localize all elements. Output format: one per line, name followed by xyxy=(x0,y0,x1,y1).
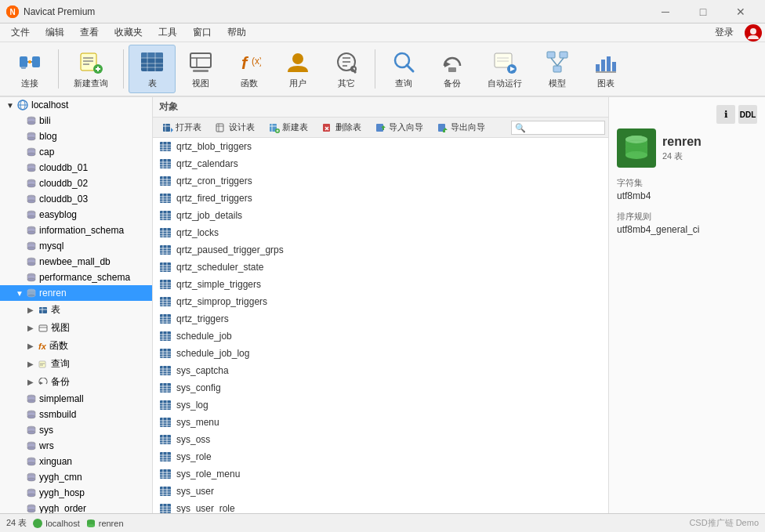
table-row[interactable]: sys_oss xyxy=(153,431,608,448)
table-row[interactable]: qrtz_simple_triggers xyxy=(153,276,608,293)
db-info-header: renren 24 表 xyxy=(617,128,757,168)
table-row[interactable]: sys_captcha xyxy=(153,362,608,379)
db-name-info: renren 24 表 xyxy=(662,135,702,162)
table-row[interactable]: qrtz_fired_triggers xyxy=(153,190,608,207)
toolbar-other[interactable]: 其它 xyxy=(323,45,370,93)
ddl-icon[interactable]: DDL xyxy=(738,105,757,124)
table-row[interactable]: qrtz_cron_triggers xyxy=(153,172,608,190)
toolbar-connect[interactable]: 连接 xyxy=(6,45,53,93)
menu-tools[interactable]: 工具 xyxy=(150,24,185,41)
table-row[interactable]: qrtz_job_details xyxy=(153,207,608,224)
sidebar-item-renren-tables[interactable]: ▶ 表 xyxy=(0,301,152,319)
sidebar-item-renren-functions[interactable]: ▶ fx 函数 xyxy=(0,337,152,355)
login-button[interactable]: 登录 xyxy=(710,24,738,41)
menu-favorites[interactable]: 收藏夹 xyxy=(107,24,150,41)
close-button[interactable]: ✕ xyxy=(723,0,759,24)
menu-window[interactable]: 窗口 xyxy=(185,24,219,41)
toolbar-chart[interactable]: 图表 xyxy=(582,45,629,93)
sidebar-item-renren-views[interactable]: ▶ 视图 xyxy=(0,319,152,337)
sidebar-item-sys[interactable]: sys xyxy=(0,422,152,438)
toolbar-table[interactable]: 表 xyxy=(129,45,176,93)
table-row[interactable]: sys_user xyxy=(153,483,608,500)
svg-rect-49 xyxy=(596,64,600,71)
menu-view[interactable]: 查看 xyxy=(72,24,107,41)
table-row-icon xyxy=(159,502,172,513)
sidebar-item-xinguan[interactable]: xinguan xyxy=(0,454,152,469)
sidebar-item-blog[interactable]: blog xyxy=(0,128,152,144)
toolbar-view[interactable]: 视图 xyxy=(177,45,224,93)
sidebar-item-easyblog[interactable]: easyblog xyxy=(0,207,152,223)
table-row[interactable]: qrtz_calendars xyxy=(153,155,608,172)
toolbar-autorun[interactable]: 自动运行 xyxy=(477,45,532,93)
table-row[interactable]: sys_user_role xyxy=(153,500,608,513)
sidebar-item-performance-schema[interactable]: performance_schema xyxy=(0,270,152,285)
svg-point-89 xyxy=(27,278,35,281)
toolbar-user[interactable]: 用户 xyxy=(274,45,321,93)
table-row[interactable]: qrtz_blob_triggers xyxy=(153,138,608,155)
delete-table-icon xyxy=(322,122,333,133)
search-input[interactable] xyxy=(511,121,605,135)
table-row[interactable]: qrtz_paused_trigger_grps xyxy=(153,241,608,259)
table-row[interactable]: qrtz_locks xyxy=(153,224,608,241)
minimize-button[interactable]: ─ xyxy=(647,0,683,24)
table-row[interactable]: schedule_job xyxy=(153,328,608,345)
table-row[interactable]: schedule_job_log xyxy=(153,345,608,362)
table-row[interactable]: sys_role_menu xyxy=(153,465,608,483)
menu-file[interactable]: 文件 xyxy=(3,24,38,41)
table-row[interactable]: sys_menu xyxy=(153,414,608,431)
toolbar-backup[interactable]: 备份 xyxy=(429,45,476,93)
sidebar-item-cap[interactable]: cap xyxy=(0,144,152,160)
sidebar-item-yygh-hosp[interactable]: yygh_hosp xyxy=(0,485,152,501)
sidebar-item-mysql[interactable]: mysql xyxy=(0,238,152,254)
sidebar-item-clouddb03[interactable]: clouddb_03 xyxy=(0,191,152,207)
maximize-button[interactable]: □ xyxy=(685,0,721,24)
sidebar-item-localhost[interactable]: ▼ localhost xyxy=(0,97,152,113)
table-row[interactable]: sys_config xyxy=(153,379,608,396)
open-table-button[interactable]: 打开表 xyxy=(156,120,208,135)
table-row[interactable]: qrtz_simprop_triggers xyxy=(153,293,608,310)
table-name-label: sys_config xyxy=(176,382,221,393)
statusbar-watermark: CSD推广链 Demo xyxy=(689,517,759,529)
sidebar-item-renren-queries[interactable]: ▶ 查询 xyxy=(0,355,152,373)
new-table-button[interactable]: 新建表 xyxy=(263,120,314,135)
design-table-button[interactable]: 设计表 xyxy=(209,120,261,135)
toolbar-query[interactable]: 查询 xyxy=(380,45,427,93)
sidebar-item-wrs[interactable]: wrs xyxy=(0,438,152,454)
info-icon[interactable]: ℹ xyxy=(716,105,735,124)
svg-point-2 xyxy=(750,28,756,34)
table-row[interactable]: qrtz_scheduler_state xyxy=(153,259,608,276)
export-wizard-button[interactable]: 导出向导 xyxy=(431,120,491,135)
db-icon xyxy=(27,147,36,157)
sidebar-item-renren[interactable]: ▼ renren xyxy=(0,285,152,301)
right-panel-controls: ℹ DDL xyxy=(617,105,757,124)
table-row[interactable]: qrtz_triggers xyxy=(153,310,608,328)
sidebar-item-yygh-cmn[interactable]: yygh_cmn xyxy=(0,469,152,485)
delete-table-button[interactable]: 删除表 xyxy=(316,120,368,135)
sidebar-item-clouddb01[interactable]: clouddb_01 xyxy=(0,160,152,176)
sidebar-item-yygh-order[interactable]: yygh_order xyxy=(0,501,152,513)
sidebar-item-information-schema[interactable]: information_schema xyxy=(0,223,152,238)
sidebar-item-renren-backups[interactable]: ▶ 备份 xyxy=(0,373,152,391)
toolbar-new-query[interactable]: 新建查询 xyxy=(63,45,118,93)
table-row[interactable]: sys_log xyxy=(153,396,608,414)
charset-label: 字符集 xyxy=(617,177,757,189)
sidebar-item-bili[interactable]: bili xyxy=(0,113,152,128)
user-label: 用户 xyxy=(289,78,306,89)
toolbar-model[interactable]: 模型 xyxy=(534,45,581,93)
sidebar-item-ssmbuild[interactable]: ssmbuild xyxy=(0,407,152,422)
table-row[interactable]: sys_role xyxy=(153,448,608,465)
user-avatar[interactable] xyxy=(745,24,762,42)
menubar-right: 登录 xyxy=(710,24,762,42)
svg-point-65 xyxy=(27,153,35,156)
sidebar-item-simplemall[interactable]: simplemall xyxy=(0,391,152,407)
toolbar-function[interactable]: f (x) 函数 xyxy=(226,45,273,93)
import-wizard-button[interactable]: 导入向导 xyxy=(369,120,430,135)
svg-text:f: f xyxy=(241,53,249,73)
menu-edit[interactable]: 编辑 xyxy=(38,24,72,41)
db-icon xyxy=(27,394,36,404)
sidebar-item-clouddb02[interactable]: clouddb_02 xyxy=(0,176,152,191)
table-row-icon xyxy=(159,175,172,187)
menu-help[interactable]: 帮助 xyxy=(219,24,254,41)
sidebar-item-newbee[interactable]: newbee_mall_db xyxy=(0,254,152,270)
yygh-hosp-label: yygh_hosp xyxy=(39,487,85,498)
